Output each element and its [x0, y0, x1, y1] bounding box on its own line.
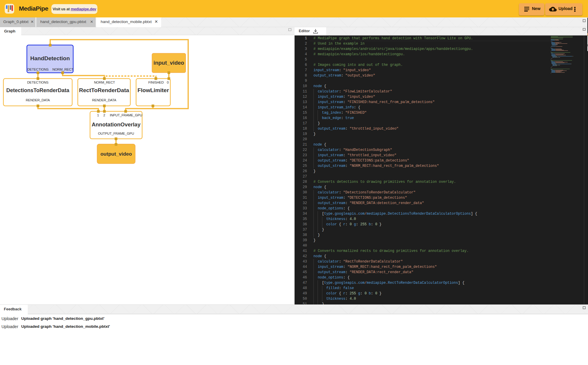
svg-text:RectToRenderData: RectToRenderData [79, 87, 129, 93]
svg-text:2: 2 [103, 113, 105, 117]
svg-text:output_video: output_video [100, 151, 132, 157]
svg-text:RENDER_DATA: RENDER_DATA [26, 98, 50, 102]
svg-text:FINISHED: FINISHED [148, 80, 164, 84]
svg-text:INPUT_FRAME_GPU: INPUT_FRAME_GPU [110, 113, 142, 117]
svg-text:FlowLimiter: FlowLimiter [138, 87, 169, 93]
svg-text:DETECTIONS: DETECTIONS [27, 80, 49, 84]
svg-text:AnnotationOverlay: AnnotationOverlay [92, 121, 141, 127]
svg-text:DETECTIONS: DETECTIONS [27, 68, 49, 71]
svg-text:NORM_RECT: NORM_RECT [52, 68, 73, 71]
svg-text:DetectionsToRenderData: DetectionsToRenderData [6, 87, 70, 93]
svg-text:input_video: input_video [153, 60, 184, 66]
svg-text:OUTPUT_FRAME_GPU: OUTPUT_FRAME_GPU [98, 132, 134, 135]
svg-text:RENDER_DATA: RENDER_DATA [92, 98, 116, 102]
svg-text:0: 0 [167, 80, 169, 84]
svg-text:1: 1 [97, 113, 99, 117]
svg-text:HandDetection: HandDetection [30, 55, 70, 61]
svg-text:NORM_RECT: NORM_RECT [94, 80, 115, 84]
